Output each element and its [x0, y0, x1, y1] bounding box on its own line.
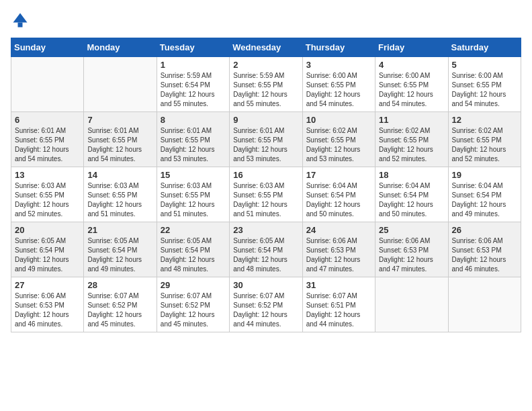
day-info: Sunrise: 6:01 AMSunset: 6:55 PMDaylight:…	[233, 126, 298, 164]
calendar-cell	[84, 57, 157, 112]
calendar-cell: 31Sunrise: 6:07 AMSunset: 6:51 PMDayligh…	[302, 277, 375, 332]
day-info: Sunrise: 6:07 AMSunset: 6:52 PMDaylight:…	[87, 291, 152, 329]
day-number: 15	[161, 170, 226, 180]
calendar-cell: 12Sunrise: 6:02 AMSunset: 6:55 PMDayligh…	[448, 112, 521, 167]
day-number: 11	[379, 115, 444, 125]
calendar-cell: 26Sunrise: 6:06 AMSunset: 6:53 PMDayligh…	[448, 222, 521, 277]
day-info: Sunrise: 5:59 AMSunset: 6:54 PMDaylight:…	[161, 71, 226, 109]
calendar-cell: 27Sunrise: 6:06 AMSunset: 6:53 PMDayligh…	[11, 277, 84, 332]
day-info: Sunrise: 6:00 AMSunset: 6:55 PMDaylight:…	[379, 71, 444, 109]
day-number: 12	[452, 115, 517, 125]
day-number: 2	[233, 60, 298, 70]
day-number: 13	[15, 170, 80, 180]
calendar-cell: 21Sunrise: 6:05 AMSunset: 6:54 PMDayligh…	[84, 222, 157, 277]
weekday-header-wednesday: Wednesday	[230, 38, 302, 57]
day-number: 10	[306, 115, 371, 125]
day-info: Sunrise: 6:05 AMSunset: 6:54 PMDaylight:…	[15, 236, 80, 274]
calendar-cell: 2Sunrise: 5:59 AMSunset: 6:55 PMDaylight…	[230, 57, 302, 112]
weekday-header-friday: Friday	[375, 38, 448, 57]
calendar-cell: 29Sunrise: 6:07 AMSunset: 6:52 PMDayligh…	[157, 277, 229, 332]
day-number: 7	[87, 115, 152, 125]
calendar-week-row: 27Sunrise: 6:06 AMSunset: 6:53 PMDayligh…	[11, 277, 521, 332]
calendar-cell: 25Sunrise: 6:06 AMSunset: 6:53 PMDayligh…	[375, 222, 448, 277]
day-info: Sunrise: 6:01 AMSunset: 6:55 PMDaylight:…	[87, 126, 152, 164]
calendar-cell: 13Sunrise: 6:03 AMSunset: 6:55 PMDayligh…	[11, 167, 84, 222]
day-number: 28	[87, 280, 152, 290]
day-info: Sunrise: 6:01 AMSunset: 6:55 PMDaylight:…	[15, 126, 80, 164]
calendar-cell: 8Sunrise: 6:01 AMSunset: 6:55 PMDaylight…	[157, 112, 229, 167]
day-info: Sunrise: 6:03 AMSunset: 6:55 PMDaylight:…	[87, 181, 152, 219]
day-info: Sunrise: 6:05 AMSunset: 6:54 PMDaylight:…	[87, 236, 152, 274]
day-number: 4	[379, 60, 444, 70]
calendar-cell: 9Sunrise: 6:01 AMSunset: 6:55 PMDaylight…	[230, 112, 302, 167]
calendar-cell: 1Sunrise: 5:59 AMSunset: 6:54 PMDaylight…	[157, 57, 229, 112]
day-number: 26	[452, 225, 517, 235]
day-number: 19	[452, 170, 517, 180]
day-number: 21	[87, 225, 152, 235]
day-number: 29	[161, 280, 226, 290]
day-number: 27	[15, 280, 80, 290]
calendar-cell: 18Sunrise: 6:04 AMSunset: 6:54 PMDayligh…	[375, 167, 448, 222]
calendar-cell: 4Sunrise: 6:00 AMSunset: 6:55 PMDaylight…	[375, 57, 448, 112]
day-number: 9	[233, 115, 298, 125]
calendar-week-row: 20Sunrise: 6:05 AMSunset: 6:54 PMDayligh…	[11, 222, 521, 277]
logo-icon	[11, 11, 30, 30]
day-info: Sunrise: 6:03 AMSunset: 6:55 PMDaylight:…	[233, 181, 298, 219]
weekday-header-saturday: Saturday	[448, 38, 521, 57]
calendar-cell: 24Sunrise: 6:06 AMSunset: 6:53 PMDayligh…	[302, 222, 375, 277]
day-info: Sunrise: 6:01 AMSunset: 6:55 PMDaylight:…	[161, 126, 226, 164]
day-info: Sunrise: 6:07 AMSunset: 6:52 PMDaylight:…	[161, 291, 226, 329]
day-info: Sunrise: 6:06 AMSunset: 6:53 PMDaylight:…	[306, 236, 371, 274]
day-number: 30	[233, 280, 298, 290]
day-number: 24	[306, 225, 371, 235]
calendar-cell: 30Sunrise: 6:07 AMSunset: 6:52 PMDayligh…	[230, 277, 302, 332]
calendar-cell: 3Sunrise: 6:00 AMSunset: 6:55 PMDaylight…	[302, 57, 375, 112]
day-number: 31	[306, 280, 371, 290]
day-number: 3	[306, 60, 371, 70]
day-info: Sunrise: 6:02 AMSunset: 6:55 PMDaylight:…	[379, 126, 444, 164]
day-info: Sunrise: 5:59 AMSunset: 6:55 PMDaylight:…	[233, 71, 298, 109]
day-info: Sunrise: 6:06 AMSunset: 6:53 PMDaylight:…	[379, 236, 444, 274]
calendar-cell: 19Sunrise: 6:04 AMSunset: 6:54 PMDayligh…	[448, 167, 521, 222]
day-info: Sunrise: 6:04 AMSunset: 6:54 PMDaylight:…	[379, 181, 444, 219]
day-number: 22	[161, 225, 226, 235]
day-number: 20	[15, 225, 80, 235]
calendar-cell	[375, 277, 448, 332]
logo	[11, 11, 32, 30]
calendar-cell: 15Sunrise: 6:03 AMSunset: 6:55 PMDayligh…	[157, 167, 229, 222]
calendar-table: SundayMondayTuesdayWednesdayThursdayFrid…	[11, 38, 521, 332]
calendar-week-row: 13Sunrise: 6:03 AMSunset: 6:55 PMDayligh…	[11, 167, 521, 222]
calendar-cell: 17Sunrise: 6:04 AMSunset: 6:54 PMDayligh…	[302, 167, 375, 222]
svg-marker-0	[13, 13, 28, 23]
day-number: 6	[15, 115, 80, 125]
day-info: Sunrise: 6:07 AMSunset: 6:51 PMDaylight:…	[306, 291, 371, 329]
calendar-cell: 14Sunrise: 6:03 AMSunset: 6:55 PMDayligh…	[84, 167, 157, 222]
day-info: Sunrise: 6:00 AMSunset: 6:55 PMDaylight:…	[306, 71, 371, 109]
calendar-cell: 10Sunrise: 6:02 AMSunset: 6:55 PMDayligh…	[302, 112, 375, 167]
calendar-cell	[448, 277, 521, 332]
calendar-cell: 20Sunrise: 6:05 AMSunset: 6:54 PMDayligh…	[11, 222, 84, 277]
svg-rect-1	[18, 23, 23, 28]
calendar-week-row: 1Sunrise: 5:59 AMSunset: 6:54 PMDaylight…	[11, 57, 521, 112]
calendar-cell	[11, 57, 84, 112]
calendar-cell: 23Sunrise: 6:05 AMSunset: 6:54 PMDayligh…	[230, 222, 302, 277]
calendar-week-row: 6Sunrise: 6:01 AMSunset: 6:55 PMDaylight…	[11, 112, 521, 167]
day-info: Sunrise: 6:00 AMSunset: 6:55 PMDaylight:…	[452, 71, 517, 109]
day-info: Sunrise: 6:03 AMSunset: 6:55 PMDaylight:…	[15, 181, 80, 219]
day-number: 25	[379, 225, 444, 235]
weekday-header-thursday: Thursday	[302, 38, 375, 57]
day-number: 1	[161, 60, 226, 70]
calendar-cell: 6Sunrise: 6:01 AMSunset: 6:55 PMDaylight…	[11, 112, 84, 167]
day-info: Sunrise: 6:04 AMSunset: 6:54 PMDaylight:…	[306, 181, 371, 219]
day-number: 18	[379, 170, 444, 180]
day-info: Sunrise: 6:05 AMSunset: 6:54 PMDaylight:…	[161, 236, 226, 274]
day-number: 23	[233, 225, 298, 235]
day-info: Sunrise: 6:05 AMSunset: 6:54 PMDaylight:…	[233, 236, 298, 274]
day-number: 17	[306, 170, 371, 180]
calendar-cell: 11Sunrise: 6:02 AMSunset: 6:55 PMDayligh…	[375, 112, 448, 167]
calendar-cell: 28Sunrise: 6:07 AMSunset: 6:52 PMDayligh…	[84, 277, 157, 332]
day-info: Sunrise: 6:06 AMSunset: 6:53 PMDaylight:…	[15, 291, 80, 329]
day-number: 16	[233, 170, 298, 180]
day-info: Sunrise: 6:02 AMSunset: 6:55 PMDaylight:…	[306, 126, 371, 164]
calendar-cell: 5Sunrise: 6:00 AMSunset: 6:55 PMDaylight…	[448, 57, 521, 112]
